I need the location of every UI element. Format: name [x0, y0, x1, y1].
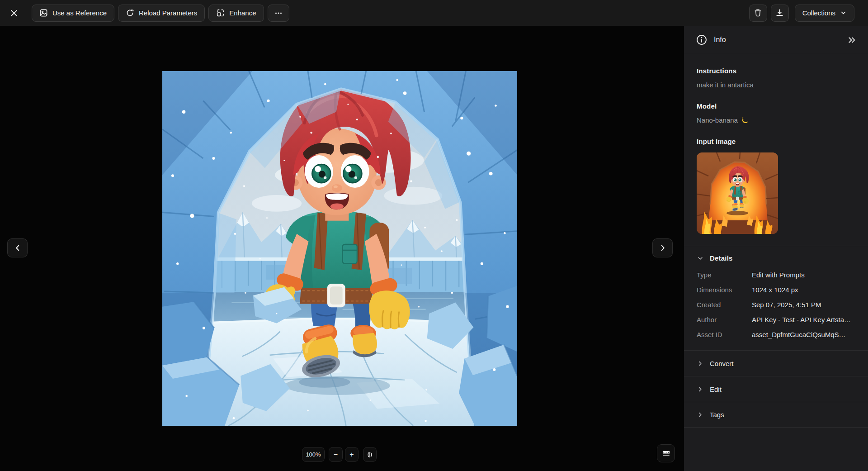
plus-icon: + [349, 451, 354, 459]
input-image-thumbnail[interactable] [697, 152, 778, 234]
ellipsis-icon [274, 9, 283, 18]
panel-title: Info [714, 36, 726, 44]
info-panel: Info Instructions make it in antartica M… [684, 26, 868, 471]
zoom-level-label: 100% [306, 451, 321, 458]
chevron-right-icon [659, 244, 667, 252]
delete-button[interactable] [749, 5, 767, 22]
filmstrip-toggle-button[interactable] [657, 444, 675, 462]
detail-value: API Key - Test - API Key Artsta… [752, 312, 855, 327]
chevron-left-icon [14, 244, 22, 252]
more-options-button[interactable] [268, 5, 289, 22]
model-label: Model [697, 102, 855, 110]
zoom-in-button[interactable]: + [345, 447, 359, 462]
input-image-label: Input Image [697, 138, 855, 145]
filmstrip-icon [662, 449, 670, 458]
collections-button[interactable]: Collections [795, 5, 854, 22]
detail-row: Author API Key - Test - API Key Artsta… [697, 312, 855, 327]
download-icon [775, 9, 784, 17]
collections-label: Collections [802, 9, 835, 17]
image-viewer-canvas: 100% − + [0, 26, 684, 471]
details-section-header[interactable]: Details [697, 246, 855, 267]
toolbar: Use as Reference Reload Parameters Enhan… [0, 0, 868, 26]
chevron-right-icon [697, 411, 703, 418]
detail-row: Created Sep 07, 2025, 4:51 PM [697, 297, 855, 312]
zoom-out-button[interactable]: − [329, 447, 343, 462]
chevron-right-icon [697, 386, 703, 393]
info-panel-header: Info [684, 26, 868, 54]
enhance-button[interactable]: Enhance [208, 5, 264, 22]
previous-image-button[interactable] [7, 238, 28, 257]
chevron-right-icon [697, 360, 703, 367]
compare-button[interactable] [363, 447, 377, 462]
model-value-text: Nano-banana [697, 116, 738, 124]
detail-value: Sep 07, 2025, 4:51 PM [752, 297, 855, 312]
detail-value: asset_DpfmtGucaCiQsuMqS… [752, 327, 855, 342]
toolbar-right-group: Collections [749, 5, 854, 22]
next-image-button[interactable] [652, 238, 673, 257]
banana-icon [741, 116, 749, 124]
section-label: Convert [710, 360, 734, 367]
use-as-reference-button[interactable]: Use as Reference [32, 5, 114, 22]
close-button[interactable] [6, 5, 22, 21]
enhance-label: Enhance [229, 9, 256, 17]
details-table: Type Edit with Prompts Dimensions 1024 x… [697, 267, 855, 342]
detail-value: 1024 x 1024 px [752, 282, 855, 297]
download-button[interactable] [771, 5, 789, 22]
details-label: Details [710, 254, 733, 262]
detail-row: Asset ID asset_DpfmtGucaCiQsuMqS… [697, 327, 855, 342]
detail-key: Created [697, 297, 752, 312]
use-as-reference-label: Use as Reference [52, 9, 107, 17]
instructions-value: make it in antartica [697, 81, 855, 89]
detail-row: Dimensions 1024 x 1024 px [697, 282, 855, 297]
chevron-down-icon [840, 10, 847, 16]
generated-image[interactable] [162, 71, 517, 426]
section-tags[interactable]: Tags [684, 402, 868, 428]
info-panel-body: Instructions make it in antartica Model … [684, 67, 868, 428]
reload-icon [126, 9, 134, 17]
close-icon [9, 9, 19, 18]
minus-icon: − [334, 451, 338, 459]
section-convert[interactable]: Convert [684, 350, 868, 376]
detail-row: Type Edit with Prompts [697, 267, 855, 282]
reload-parameters-label: Reload Parameters [139, 9, 197, 17]
zoom-controls: 100% − + [302, 447, 377, 462]
enhance-icon [216, 9, 225, 17]
header-divider [684, 54, 868, 54]
zoom-level-button[interactable]: 100% [302, 447, 325, 462]
section-edit[interactable]: Edit [684, 376, 868, 402]
detail-key: Type [697, 267, 752, 282]
detail-value: Edit with Prompts [752, 267, 855, 282]
section-label: Tags [710, 411, 724, 419]
info-icon [696, 34, 708, 46]
instructions-label: Instructions [697, 67, 855, 75]
detail-key: Asset ID [697, 327, 752, 342]
chevron-down-icon [697, 255, 704, 262]
reload-parameters-button[interactable]: Reload Parameters [118, 5, 205, 22]
image-icon [39, 9, 48, 17]
detail-key: Dimensions [697, 282, 752, 297]
detail-key: Author [697, 312, 752, 327]
collapse-panel-button[interactable] [848, 36, 856, 44]
double-chevron-right-icon [848, 36, 856, 44]
section-label: Edit [710, 385, 722, 393]
trash-icon [754, 9, 762, 17]
accordion-sections: Convert Edit Tags [684, 350, 868, 428]
app-window: Use as Reference Reload Parameters Enhan… [0, 0, 868, 471]
model-value: Nano-banana [697, 116, 855, 124]
compare-icon [366, 451, 373, 458]
